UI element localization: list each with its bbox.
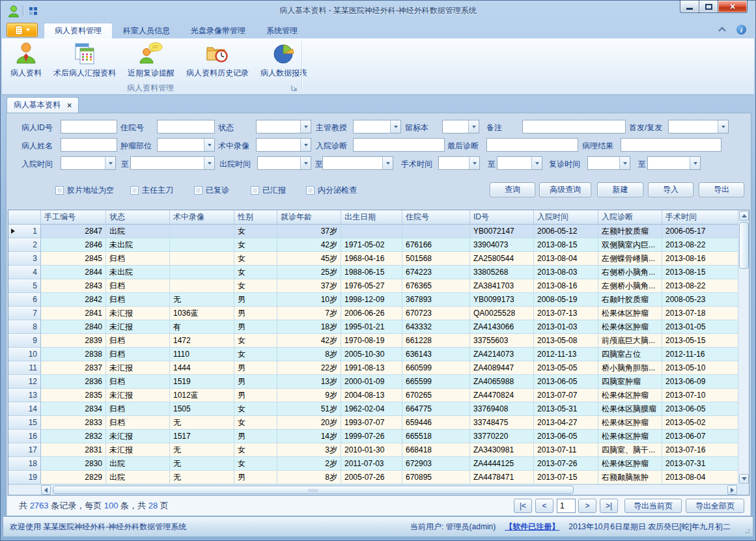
patient-info-button[interactable]: 病人资料: [5, 40, 48, 83]
resize-grip-icon[interactable]: [744, 527, 750, 534]
ribbon-tab[interactable]: 系统管理: [256, 23, 308, 38]
combo-dropdown-button[interactable]: [382, 157, 393, 169]
table-row[interactable]: 12847出院女37岁YB00721472006-05-12左额叶胶质瘤2006…: [8, 225, 738, 238]
column-header[interactable]: 入院诊断: [598, 210, 662, 225]
action-button[interactable]: 导入: [648, 182, 693, 197]
scroll-right-button[interactable]: [727, 485, 737, 495]
column-header[interactable]: 手工编号: [41, 210, 106, 225]
vertical-scrollbar[interactable]: [738, 210, 749, 484]
table-row[interactable]: 132835未汇报1012蓝男9岁2004-08-13670265ZA44708…: [8, 389, 738, 402]
minimize-button[interactable]: [680, 1, 699, 13]
filter-combo[interactable]: [353, 120, 401, 133]
action-button[interactable]: 新建: [597, 182, 643, 197]
table-row[interactable]: 122836归档1519男13岁2000-01-09665599ZA406598…: [8, 375, 738, 389]
filter-combo[interactable]: [257, 156, 311, 170]
combo-dropdown-button[interactable]: [469, 157, 479, 169]
combo-dropdown-button[interactable]: [390, 120, 400, 133]
combo-dropdown-button[interactable]: [619, 157, 630, 169]
action-button[interactable]: 导出: [699, 182, 744, 197]
document-tab-patient-basic-info[interactable]: 病人基本资料 ×: [7, 97, 79, 113]
table-row[interactable]: 22846未出院女42岁1971-05-02676166339040732013…: [8, 238, 738, 252]
revisit-reminder-button[interactable]: 近期复诊提醒: [122, 40, 180, 83]
filter-combo[interactable]: [256, 138, 311, 152]
vertical-scroll-thumb[interactable]: [739, 222, 749, 269]
combo-dropdown-button[interactable]: [300, 120, 311, 133]
filter-checkbox[interactable]: 已汇报: [251, 185, 286, 196]
combo-dropdown-button[interactable]: [204, 139, 214, 151]
tab-close-icon[interactable]: ×: [67, 102, 72, 109]
ribbon-tab[interactable]: 病人资料管理: [44, 23, 113, 38]
column-header[interactable]: 入院时间: [534, 210, 598, 225]
filter-combo[interactable]: [130, 156, 215, 170]
history-record-button[interactable]: 病人资料历史记录: [180, 40, 255, 83]
filter-combo[interactable]: [438, 156, 480, 170]
filter-input[interactable]: [522, 120, 626, 133]
table-row[interactable]: 182830出院无女2岁2011-07-03672903ZA4444125201…: [8, 457, 738, 471]
column-header[interactable]: ID号: [470, 210, 534, 225]
ribbon-tab[interactable]: 光盘录像带管理: [180, 23, 256, 38]
filter-combo[interactable]: [322, 156, 393, 170]
combo-dropdown-button[interactable]: [468, 120, 479, 133]
filter-checkbox[interactable]: 内分泌检查: [306, 185, 357, 196]
ribbon-collapse-icon[interactable]: [718, 27, 725, 34]
postop-report-button[interactable]: 术后病人汇报资料: [48, 40, 122, 83]
next-page-button[interactable]: >: [578, 499, 596, 513]
filter-combo[interactable]: [668, 120, 729, 133]
action-button[interactable]: 高级查询: [539, 182, 591, 197]
checkbox-icon[interactable]: [251, 186, 259, 195]
quick-access-icon[interactable]: [28, 6, 38, 18]
app-logo-icon[interactable]: [7, 5, 20, 20]
filter-checkbox[interactable]: 主任主刀: [130, 185, 173, 196]
combo-dropdown-button[interactable]: [300, 139, 311, 151]
combo-dropdown-button[interactable]: [105, 157, 115, 169]
combo-dropdown-button[interactable]: [718, 120, 728, 133]
table-row[interactable]: 152833归档无女20岁1993-07-0765944633748475201…: [8, 416, 738, 430]
table-row[interactable]: 112837未汇报1444男22岁1991-08-13660599ZA40894…: [8, 361, 738, 375]
checkbox-icon[interactable]: [306, 186, 315, 195]
table-row[interactable]: 32845归档女45岁1968-04-16501568ZA25805442013…: [8, 252, 738, 266]
column-header[interactable]: 手术时间: [662, 210, 738, 225]
horizontal-scrollbar[interactable]: [8, 484, 738, 495]
filter-checkbox[interactable]: 已复诊: [194, 185, 229, 196]
close-button[interactable]: ×: [718, 1, 748, 13]
checkbox-icon[interactable]: [130, 186, 139, 195]
table-row[interactable]: 82840未汇报有男18岁1995-01-21643332ZA414306620…: [8, 320, 738, 334]
combo-dropdown-button[interactable]: [690, 157, 700, 169]
title-bar[interactable]: 病人基本资料 - 某某医院神经外科-神经外科数据管理系统 ×: [1, 1, 755, 21]
filter-combo[interactable]: [157, 138, 215, 152]
filter-combo[interactable]: [497, 156, 542, 170]
scroll-left-button[interactable]: [41, 485, 51, 495]
filter-checkbox[interactable]: 胶片地址为空: [55, 185, 114, 196]
previous-page-button[interactable]: <: [535, 499, 553, 513]
checkbox-icon[interactable]: [55, 186, 64, 195]
column-header[interactable]: 就诊年龄: [277, 210, 341, 225]
column-header[interactable]: 性别: [234, 210, 277, 225]
table-row[interactable]: 102838归档1110女8岁2005-10-30636143ZA4214073…: [8, 348, 738, 361]
table-row[interactable]: 72841未汇报1036蓝男7岁2006-06-26670723QA002552…: [8, 307, 738, 320]
dialog-launcher-icon[interactable]: [291, 84, 298, 93]
column-header[interactable]: 出生日期: [341, 210, 402, 225]
table-row[interactable]: 142834归档1505女51岁1962-02-0466477533769408…: [8, 402, 738, 416]
table-row[interactable]: 172831未汇报无女3岁2010-01-30668418ZA343098120…: [8, 443, 738, 457]
table-row[interactable]: 92839归档1472女42岁1970-08-19661228337556032…: [8, 334, 738, 348]
application-menu-button[interactable]: [7, 23, 38, 37]
filter-combo[interactable]: [61, 156, 116, 170]
table-row[interactable]: 52843归档女37岁1976-05-27676365ZA38417032013…: [8, 279, 738, 293]
page-number-input[interactable]: [557, 499, 576, 513]
filter-combo[interactable]: [256, 120, 311, 133]
filter-input[interactable]: [61, 120, 117, 133]
registration-status-link[interactable]: 【软件已注册】: [505, 517, 559, 536]
checkbox-icon[interactable]: [194, 186, 203, 195]
table-row[interactable]: 192829出院无男8岁2005-07-26670895ZA4478471201…: [8, 471, 738, 484]
table-row[interactable]: 162832未汇报1517男14岁1999-07-266655183377022…: [8, 430, 738, 443]
filter-input[interactable]: [61, 138, 117, 152]
first-page-button[interactable]: |<: [514, 499, 532, 513]
maximize-button[interactable]: [699, 1, 718, 13]
filter-combo[interactable]: [587, 156, 630, 170]
filter-combo[interactable]: [442, 120, 479, 133]
action-button[interactable]: 查询: [490, 182, 535, 197]
data-report-button[interactable]: 病人数据报表: [255, 40, 313, 83]
filter-input[interactable]: [621, 138, 721, 152]
last-page-button[interactable]: >|: [600, 499, 618, 513]
filter-input[interactable]: [157, 120, 215, 133]
